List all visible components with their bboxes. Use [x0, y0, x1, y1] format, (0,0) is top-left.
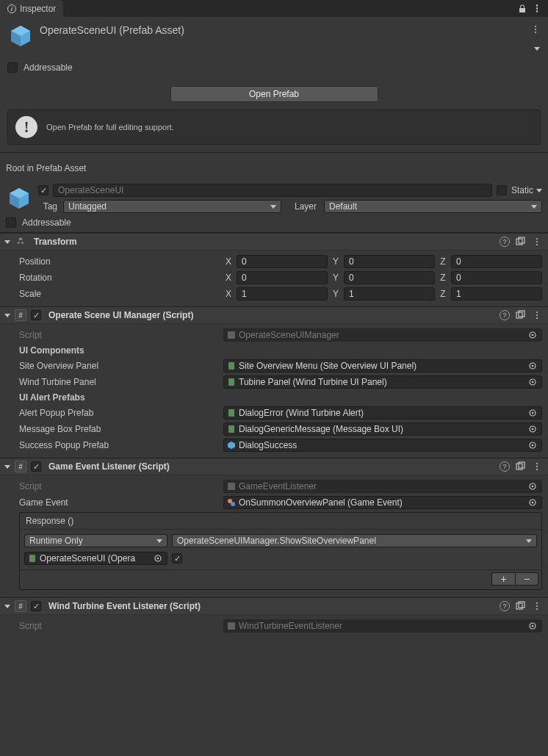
bool-arg-checkbox[interactable] [172, 553, 182, 564]
rotation-z-input[interactable]: 0 [451, 271, 542, 284]
script-file-icon [227, 378, 236, 386]
lock-icon[interactable] [519, 4, 526, 13]
fold-icon[interactable] [4, 605, 10, 608]
tag-value: Untagged [68, 201, 107, 212]
svg-rect-33 [516, 603, 522, 609]
svg-rect-34 [519, 602, 524, 608]
addressable-checkbox-go[interactable] [6, 217, 16, 228]
component-menu-icon[interactable] [532, 601, 542, 611]
asset-dropdown-icon[interactable] [533, 45, 541, 52]
script-file-icon [28, 554, 37, 563]
addressable-label: Addressable [24, 62, 73, 73]
svg-point-20 [532, 444, 534, 447]
site-overview-field[interactable]: Site Overview Menu (Site Overview UI Pan… [223, 359, 542, 372]
open-prefab-button[interactable]: Open Prefab [170, 86, 378, 102]
script-field[interactable]: WindTurbineEventListener [223, 619, 542, 633]
position-z-input[interactable]: 0 [451, 255, 542, 268]
context-menu-icon[interactable] [532, 4, 542, 14]
y-label: Y [331, 256, 341, 267]
rotation-x-input[interactable]: 0 [237, 271, 328, 284]
object-picker-icon[interactable] [527, 361, 538, 371]
static-checkbox[interactable] [497, 185, 507, 195]
game-event-listener-component: # Game Event Listener (Script) ? Script … [0, 458, 548, 597]
layer-dropdown[interactable]: Default [324, 200, 542, 213]
active-checkbox[interactable] [38, 185, 48, 195]
rotation-y-input[interactable]: 0 [344, 271, 435, 284]
msgbox-label: Message Box Prefab [6, 424, 220, 434]
svg-rect-35 [228, 622, 235, 630]
help-icon[interactable]: ? [500, 237, 510, 247]
rotation-label: Rotation [6, 273, 220, 283]
enabled-checkbox[interactable] [31, 461, 41, 472]
fold-icon[interactable] [4, 240, 10, 244]
object-picker-icon[interactable] [527, 497, 538, 508]
script-field[interactable]: OperateSceneUIManager [223, 328, 542, 342]
target-field[interactable]: OperateSceneUI (Opera [24, 552, 167, 565]
svg-rect-21 [516, 464, 522, 469]
object-picker-icon[interactable] [152, 553, 164, 564]
preset-icon[interactable] [516, 310, 526, 320]
scale-y-input[interactable]: 1 [344, 287, 435, 300]
alert-popup-field[interactable]: DialogError (Wind Turbine Alert) [223, 406, 542, 420]
help-icon[interactable]: ? [500, 601, 510, 611]
object-picker-icon[interactable] [527, 377, 538, 387]
gameobject-name-input[interactable]: OperateSceneUI [53, 184, 492, 197]
inspector-tab[interactable]: i Inspector [0, 0, 63, 17]
runtime-dropdown[interactable]: Runtime Only [24, 534, 167, 547]
success-popup-value: DialogSuccess [239, 440, 524, 450]
svg-rect-30 [29, 555, 35, 562]
preset-icon[interactable] [516, 601, 526, 611]
fold-icon[interactable] [4, 465, 10, 469]
asset-context-menu-icon[interactable] [530, 24, 541, 35]
object-picker-icon[interactable] [527, 621, 538, 631]
wind-turbine-field[interactable]: Tubine Panel (Wind Turbine UI Panel) [223, 375, 542, 389]
object-picker-icon[interactable] [527, 440, 538, 450]
success-popup-label: Success Popup Prefab [6, 440, 220, 450]
msgbox-field[interactable]: DialogGenericMessage (Message Box UI) [223, 422, 542, 436]
script-value: WindTurbineEventListener [239, 621, 524, 631]
tag-dropdown[interactable]: Untagged [63, 200, 281, 213]
svg-rect-0 [516, 239, 522, 245]
component-menu-icon[interactable] [532, 237, 542, 247]
component-menu-icon[interactable] [532, 461, 542, 472]
position-y-input[interactable]: 0 [344, 255, 435, 268]
success-popup-field[interactable]: DialogSuccess [223, 439, 542, 452]
script-field[interactable]: GameEventListener [223, 480, 542, 493]
add-event-button[interactable]: + [491, 572, 515, 586]
wind-turbine-value: Tubine Panel (Wind Turbine UI Panel) [239, 377, 524, 387]
component-title: Wind Turbine Event Listener (Script) [44, 601, 497, 611]
fold-icon[interactable] [4, 314, 10, 317]
svg-rect-2 [516, 312, 522, 318]
remove-event-button[interactable]: − [515, 572, 538, 586]
component-menu-icon[interactable] [532, 310, 542, 320]
object-picker-icon[interactable] [527, 408, 538, 418]
svg-rect-13 [228, 409, 234, 417]
help-icon[interactable]: ? [500, 310, 510, 320]
preset-icon[interactable] [516, 237, 526, 247]
enabled-checkbox[interactable] [31, 601, 41, 611]
ui-components-header: UI Components [6, 345, 220, 356]
function-dropdown[interactable]: OperateSceneUIManager.ShowSiteOverviewPa… [172, 534, 537, 547]
tab-bar: i Inspector [0, 0, 548, 17]
prefab-icon [7, 23, 34, 49]
object-picker-icon[interactable] [527, 424, 538, 434]
preset-icon[interactable] [516, 461, 526, 472]
help-icon[interactable]: ? [500, 461, 510, 472]
static-dropdown[interactable]: Static [511, 185, 542, 195]
scale-x-input[interactable]: 1 [237, 287, 328, 300]
script-file-icon [227, 408, 236, 417]
info-icon: i [7, 4, 16, 13]
script-file-icon [227, 622, 236, 630]
tab-title: Inspector [20, 4, 56, 14]
object-picker-icon[interactable] [527, 330, 538, 340]
prefab-icon [227, 441, 236, 450]
enabled-checkbox[interactable] [31, 310, 41, 320]
object-picker-icon[interactable] [527, 481, 538, 492]
scale-z-input[interactable]: 1 [451, 287, 542, 300]
addressable-checkbox[interactable] [7, 62, 18, 73]
position-label: Position [6, 256, 220, 267]
target-value: OperateSceneUI (Opera [40, 553, 149, 564]
position-x-input[interactable]: 0 [237, 255, 328, 268]
game-event-field[interactable]: OnSummonOverviewPanel (Game Event) [223, 496, 542, 509]
game-event-label: Game Event [6, 497, 220, 508]
